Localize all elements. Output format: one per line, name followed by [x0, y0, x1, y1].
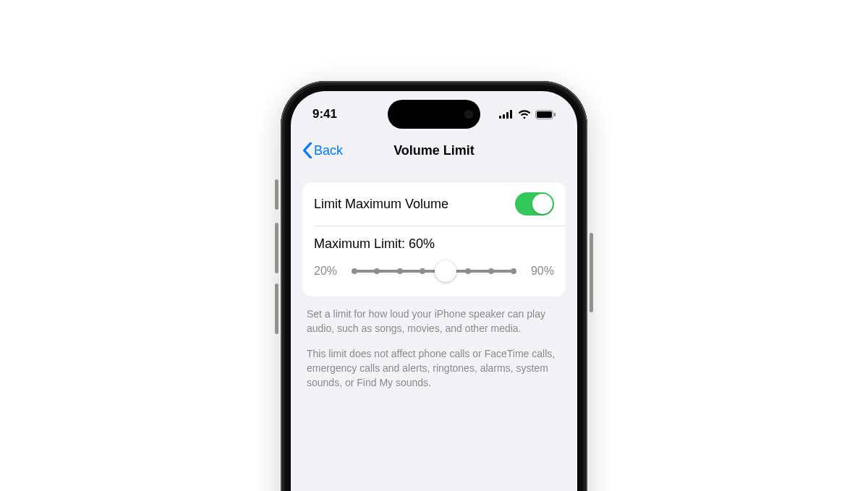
back-label: Back — [314, 143, 343, 158]
slider-track — [352, 270, 516, 273]
back-button[interactable]: Back — [297, 138, 349, 163]
status-icons — [499, 110, 556, 119]
limit-toggle-row: Limit Maximum Volume — [302, 182, 566, 226]
battery-icon — [535, 110, 556, 119]
limit-toggle-label: Limit Maximum Volume — [314, 197, 448, 212]
svg-rect-1 — [503, 114, 505, 119]
wifi-icon — [518, 110, 531, 119]
cellular-icon — [499, 110, 514, 119]
side-button-vol-up — [275, 223, 278, 273]
settings-card: Limit Maximum Volume Maximum Limit: 60% … — [302, 182, 566, 296]
slider-max-label: 90% — [525, 265, 554, 278]
max-limit-label: Maximum Limit: 60% — [314, 236, 435, 252]
helper-text: Set a limit for how loud your iPhone spe… — [302, 307, 566, 390]
svg-rect-2 — [506, 112, 509, 119]
svg-rect-5 — [537, 111, 552, 118]
helper-p1: Set a limit for how loud your iPhone spe… — [307, 307, 561, 336]
toggle-thumb — [532, 194, 553, 214]
canvas: 9:41 — [0, 0, 868, 491]
volume-slider[interactable] — [352, 260, 516, 282]
side-button-vol-down — [275, 283, 278, 334]
slider-row: 20% 90% — [302, 255, 566, 296]
page-title: Volume Limit — [393, 143, 475, 158]
status-bar: 9:41 — [291, 91, 577, 133]
svg-rect-6 — [554, 113, 556, 116]
helper-p2: This limit does not affect phone calls o… — [307, 346, 561, 390]
slider-min-label: 20% — [314, 265, 343, 278]
phone-screen: 9:41 — [291, 91, 577, 491]
side-button-power — [590, 233, 593, 312]
content-area: Limit Maximum Volume Maximum Limit: 60% … — [302, 182, 566, 400]
limit-toggle[interactable] — [515, 192, 554, 215]
side-button-silence — [275, 179, 278, 210]
nav-bar: Back Volume Limit — [291, 133, 577, 168]
max-limit-row: Maximum Limit: 60% — [302, 226, 566, 255]
slider-thumb[interactable] — [435, 260, 456, 282]
svg-rect-0 — [499, 116, 501, 119]
chevron-left-icon — [302, 142, 312, 158]
phone-frame: 9:41 — [281, 81, 587, 491]
status-time: 9:41 — [312, 107, 337, 121]
svg-rect-3 — [510, 110, 512, 119]
